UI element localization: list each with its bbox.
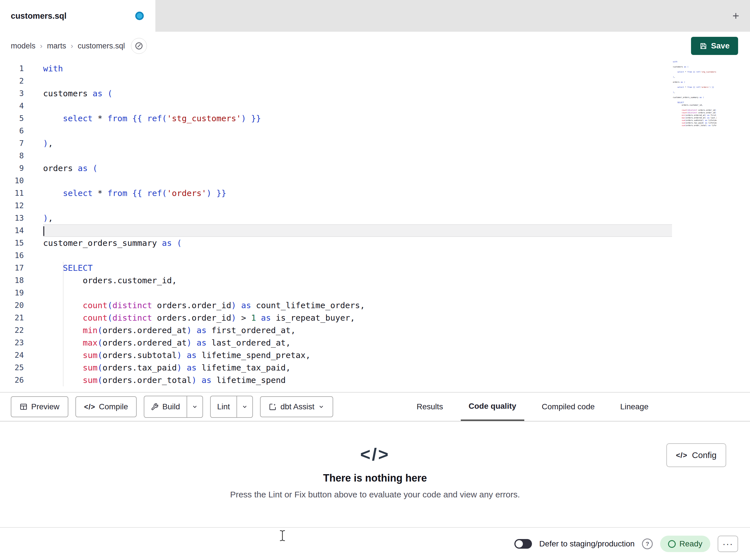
save-button[interactable]: Save (691, 37, 738, 55)
code-line[interactable] (43, 75, 672, 87)
breadcrumb-separator: › (71, 42, 73, 50)
line-number: 12 (0, 200, 43, 212)
compile-button[interactable]: </> Compile (75, 396, 137, 417)
code-line[interactable]: sum(orders.subtotal) as lifetime_spend_p… (43, 349, 672, 361)
toggle-knob (515, 540, 523, 547)
dbt-assist-button[interactable]: dbt Assist (260, 396, 333, 417)
minimap-line (673, 68, 716, 71)
line-number: 2 (0, 75, 43, 87)
line-number: 14 (0, 224, 43, 237)
code-line[interactable]: sum(orders.tax_paid) as lifetime_tax_pai… (43, 361, 672, 374)
result-panel-tabs: Results Code quality Compiled code Linea… (409, 393, 656, 421)
breadcrumb-marts[interactable]: marts (47, 42, 66, 50)
code-line[interactable] (43, 100, 672, 112)
minimap-line: customer_orders_summary as ( (673, 96, 716, 99)
tab-lineage[interactable]: Lineage (612, 393, 656, 421)
code-line[interactable] (43, 224, 672, 237)
app-window: customers.sql models › marts › customers… (0, 0, 750, 560)
minimap-line (673, 79, 716, 81)
minimap-line: sum(orders.subtotal) as lifetime_spend_p… (673, 119, 716, 122)
code-lines[interactable]: withcustomers as ( select * from {{ ref(… (43, 62, 672, 392)
code-line[interactable] (43, 287, 672, 299)
code-line[interactable] (43, 200, 672, 212)
save-icon (699, 42, 707, 50)
defer-toggle[interactable] (514, 539, 532, 549)
line-number: 13 (0, 212, 43, 224)
code-line[interactable]: ), (43, 212, 672, 224)
help-icon[interactable]: ? (642, 538, 653, 549)
code-line[interactable]: max(orders.ordered_at) as last_ordered_a… (43, 336, 672, 349)
compile-button-label: Compile (99, 402, 128, 411)
minimap-line: select * from {{ ref('orders') }} (673, 86, 716, 89)
minimap-line: max(orders.ordered_at) as last_ordered_a… (673, 117, 716, 119)
code-line[interactable]: count(distinct orders.order_id) as count… (43, 299, 672, 312)
lint-button[interactable]: Lint (211, 396, 236, 417)
line-number: 8 (0, 149, 43, 162)
minimap[interactable]: withcustomers as ( select * from {{ ref(… (673, 61, 716, 132)
line-number: 5 (0, 112, 43, 125)
breadcrumb-customers-sql[interactable]: customers.sql (78, 42, 125, 50)
minimap-line: SELECT (673, 101, 716, 104)
status-circle-icon (668, 540, 676, 548)
lint-split-button[interactable]: Lint (210, 396, 253, 418)
code-line[interactable]: customer_orders_summary as ( (43, 237, 672, 249)
line-number: 1 (0, 62, 43, 75)
empty-state: </> There is nothing here Press the Lint… (0, 421, 750, 499)
preview-button[interactable]: Preview (11, 396, 68, 417)
line-number: 16 (0, 249, 43, 262)
chevron-down-icon (192, 403, 198, 410)
minimap-line (673, 63, 716, 66)
build-dropdown-button[interactable] (186, 396, 202, 417)
tab-compiled-code[interactable]: Compiled code (534, 393, 603, 421)
code-line[interactable] (43, 249, 672, 262)
build-split-button[interactable]: Build (144, 396, 203, 418)
unsaved-indicator-dot (137, 13, 142, 19)
minimap-line (673, 99, 716, 101)
tab-customers-sql[interactable]: customers.sql (0, 0, 155, 32)
line-number: 6 (0, 125, 43, 137)
gutter: 1234567891011121314151617181920212223242… (0, 62, 43, 392)
code-line[interactable]: ), (43, 137, 672, 149)
code-line[interactable] (43, 125, 672, 137)
code-line[interactable] (43, 174, 672, 187)
code-line[interactable]: select * from {{ ref('stg_customers') }} (43, 112, 672, 125)
code-line[interactable]: select * from {{ ref('orders') }} (43, 187, 672, 200)
code-line[interactable]: count(distinct orders.order_id) > 1 as i… (43, 312, 672, 324)
format-button[interactable] (131, 38, 147, 54)
code-icon: </> (84, 403, 95, 411)
wrench-icon (151, 403, 158, 411)
build-button[interactable]: Build (144, 396, 186, 417)
lint-dropdown-button[interactable] (236, 396, 252, 417)
build-button-label: Build (162, 402, 180, 411)
tab-code-quality[interactable]: Code quality (461, 393, 524, 421)
line-number: 10 (0, 174, 43, 187)
code-line[interactable]: SELECT (43, 262, 672, 274)
line-number: 20 (0, 299, 43, 312)
code-line[interactable]: orders.customer_id, (43, 274, 672, 287)
config-button[interactable]: </> Config (666, 443, 726, 467)
minimap-line (673, 106, 716, 109)
minimap-line: sum(orders.tax_paid) as lifetime_tax_pai… (673, 122, 716, 124)
empty-state-title: There is nothing here (0, 472, 750, 484)
breadcrumb-separator: › (40, 42, 42, 50)
editor-tab-bar: customers.sql (0, 0, 750, 32)
more-menu-button[interactable]: ··· (718, 536, 738, 552)
sparkle-edit-icon (269, 403, 277, 411)
breadcrumb-models[interactable]: models (11, 42, 36, 50)
code-line[interactable]: min(orders.ordered_at) as first_ordered_… (43, 324, 672, 336)
line-number: 22 (0, 324, 43, 336)
minimap-content: withcustomers as ( select * from {{ ref(… (673, 61, 716, 127)
code-line[interactable]: sum(orders.order_total) as lifetime_spen… (43, 374, 672, 386)
code-line[interactable] (43, 149, 672, 162)
new-tab-button[interactable] (730, 9, 742, 22)
code-line[interactable]: customers as ( (43, 87, 672, 100)
ready-status-badge: Ready (660, 536, 710, 552)
code-line[interactable]: orders as ( (43, 162, 672, 174)
tab-results[interactable]: Results (409, 393, 451, 421)
minimap-line: sum(orders.order_total) as lifetime_spen… (673, 124, 716, 127)
code-editor[interactable]: 1234567891011121314151617181920212223242… (0, 60, 750, 392)
defer-label: Defer to staging/production (539, 539, 635, 548)
code-line[interactable]: with (43, 62, 672, 75)
save-button-label: Save (711, 41, 730, 50)
text-cursor-pointer (279, 530, 285, 541)
